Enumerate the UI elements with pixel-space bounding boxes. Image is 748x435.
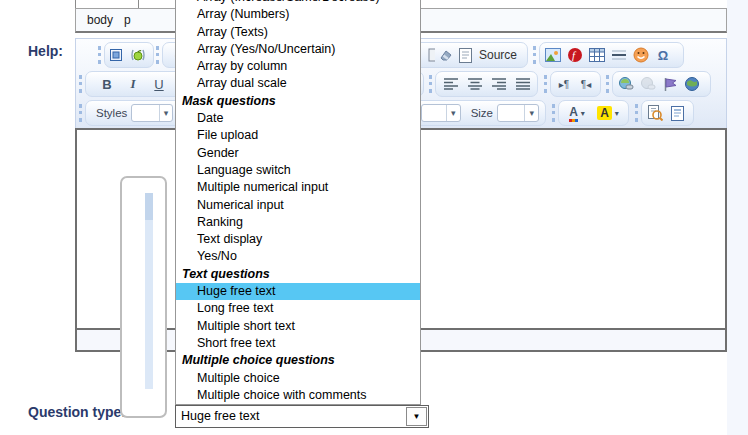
dropdown-item[interactable]: Date	[176, 110, 420, 127]
dropdown-item[interactable]: Array (Texts)	[176, 24, 420, 41]
flash-icon[interactable]: f	[564, 44, 586, 66]
link-icon[interactable]	[615, 73, 637, 95]
unlink-icon[interactable]	[637, 73, 659, 95]
page: body p Help: ✂	[0, 0, 748, 435]
dropdown-group-header: Mask questions	[176, 93, 420, 110]
dropdown-item[interactable]: Numerical input	[176, 197, 420, 214]
dropdown-item[interactable]: Language switch	[176, 162, 420, 179]
select-arrow-icon[interactable]: ▼	[406, 407, 427, 426]
dropdown-item[interactable]: Yes/No	[176, 248, 420, 265]
dropdown-item[interactable]: Text display	[176, 231, 420, 248]
slider-panel	[120, 176, 167, 418]
slider-thumb[interactable]	[145, 193, 153, 220]
question-type-label: Question type:	[28, 404, 126, 420]
toolbar-grip	[544, 75, 547, 93]
align-justify-icon[interactable]	[511, 73, 535, 95]
toolbar-grip	[79, 75, 82, 93]
styles-label: Styles	[96, 107, 127, 119]
align-left-icon[interactable]	[439, 73, 463, 95]
slider-track[interactable]	[145, 193, 153, 389]
text-color-icon[interactable]: A ▾	[562, 102, 592, 124]
dropdown-item[interactable]: Huge free text	[176, 283, 420, 300]
toolbar-grip	[533, 46, 536, 64]
horizontal-rule-icon[interactable]	[608, 44, 630, 66]
image-icon[interactable]	[542, 44, 564, 66]
align-center-icon[interactable]	[463, 73, 487, 95]
toolbar-group: ▸¶ ¶◂	[550, 71, 601, 97]
toolbar-grip	[156, 46, 159, 64]
source-button[interactable]: Source	[479, 48, 517, 62]
smiley-icon[interactable]	[630, 44, 652, 66]
dropdown-item[interactable]: Array dual scale	[176, 75, 420, 92]
preview-icon[interactable]	[644, 102, 666, 124]
remove-format-eraser-icon[interactable]	[435, 44, 457, 66]
dropdown-item[interactable]: Short free text	[176, 335, 420, 352]
dropdown-item[interactable]: Gender	[176, 145, 420, 162]
italic-icon[interactable]: I	[120, 73, 146, 95]
toolbar-group	[435, 71, 538, 97]
help-label: Help:	[28, 43, 63, 59]
dropdown-item[interactable]: Ranking	[176, 214, 420, 231]
toolbar-grip	[79, 104, 82, 122]
table-icon[interactable]	[586, 44, 608, 66]
toolbar-group	[612, 71, 711, 97]
dropdown-item[interactable]: Multiple numerical input	[176, 179, 420, 196]
dropdown-item[interactable]: File upload	[176, 127, 420, 144]
background-color-icon[interactable]: A ▾	[592, 102, 624, 124]
globe-icon[interactable]	[681, 73, 703, 95]
dropdown-item[interactable]: Array by column	[176, 58, 420, 75]
styles-combo[interactable]: ▾	[131, 104, 173, 122]
toolbar-grip	[606, 75, 609, 93]
toolbar-grip	[429, 75, 432, 93]
paste-fragment-icon[interactable]	[426, 44, 435, 66]
question-type-dropdown-list: Array (Increase/Same/Decrease)Array (Num…	[175, 0, 421, 405]
templates-icon[interactable]	[666, 102, 688, 124]
dropdown-item[interactable]: Array (Numbers)	[176, 6, 420, 23]
question-type-select-value: Huge free text	[181, 409, 260, 423]
size-label: Size	[471, 107, 493, 119]
dropdown-item[interactable]: Array (Yes/No/Uncertain)	[176, 41, 420, 58]
bold-icon[interactable]: B	[94, 73, 120, 95]
special-char-omega-icon[interactable]: Ω	[652, 44, 674, 66]
toolbar-group: f Ω	[539, 42, 684, 68]
underline-icon[interactable]: U	[146, 73, 172, 95]
format-combo[interactable]: ▾	[421, 104, 461, 122]
toolbar-group: A ▾ A ▾	[558, 100, 629, 126]
combo-arrow-icon[interactable]: ▾	[524, 105, 538, 121]
path-segment-p[interactable]: p	[124, 13, 131, 27]
dropdown-item[interactable]: Multiple short text	[176, 318, 420, 335]
dropdown-group-header: Text questions	[176, 266, 420, 283]
path-segment-body[interactable]: body	[87, 13, 113, 27]
text-direction-ltr-icon[interactable]: ▸¶	[553, 73, 575, 95]
lime-replacement-fields-icon[interactable]	[127, 44, 149, 66]
toolbar-grip	[635, 104, 638, 122]
dropdown-item[interactable]: Multiple choice	[176, 370, 420, 387]
size-combo[interactable]: ▾	[497, 104, 539, 122]
dropdown-group-header: Multiple choice questions	[176, 352, 420, 369]
dropdown-item[interactable]: Long free text	[176, 300, 420, 317]
text-direction-rtl-icon[interactable]: ¶◂	[575, 73, 597, 95]
toolbar-group	[104, 42, 154, 68]
maximize-icon[interactable]	[105, 44, 127, 66]
align-right-icon[interactable]	[487, 73, 511, 95]
source-doc-icon[interactable]	[457, 44, 475, 66]
combo-arrow-icon[interactable]: ▾	[446, 105, 460, 121]
question-type-select[interactable]: Huge free text ▼	[175, 405, 429, 428]
anchor-flag-icon[interactable]	[659, 73, 681, 95]
toolbar-grip	[98, 46, 101, 64]
page-background-strip	[727, 0, 748, 435]
combo-arrow-icon[interactable]: ▾	[159, 105, 173, 121]
dropdown-item[interactable]: Multiple choice with comments	[176, 387, 420, 404]
toolbar-grip	[552, 104, 555, 122]
toolbar-group	[641, 100, 694, 126]
